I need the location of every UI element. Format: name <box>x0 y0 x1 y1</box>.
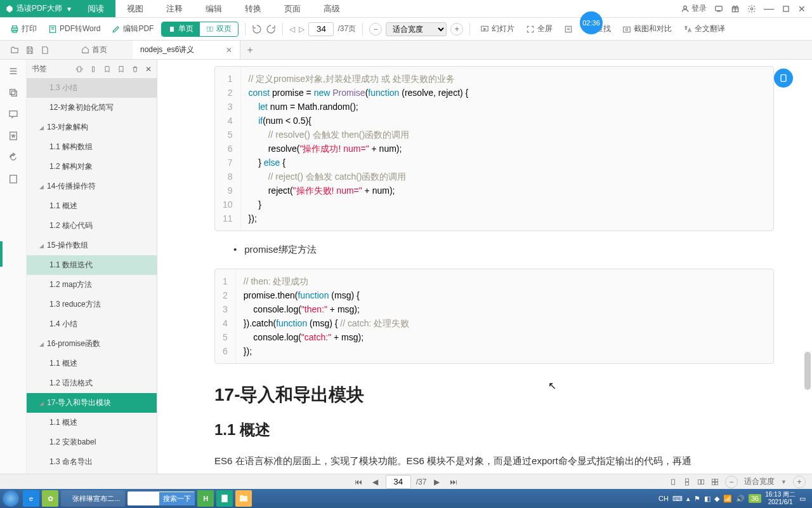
view-tab-page[interactable]: 页面 <box>273 0 312 17</box>
maximize-button[interactable] <box>782 4 790 13</box>
outline-icon[interactable] <box>8 66 18 76</box>
view-cont-icon[interactable] <box>683 478 691 486</box>
saveas-icon[interactable] <box>41 46 49 55</box>
tray-chevron-icon[interactable]: ▴ <box>686 495 690 503</box>
view-tab-annotate[interactable]: 注释 <box>155 0 194 17</box>
start-button[interactable] <box>3 490 19 507</box>
delete-icon[interactable] <box>131 65 139 73</box>
view-single-icon[interactable] <box>669 478 677 486</box>
home-tab[interactable]: 首页 <box>56 44 133 55</box>
chat-icon[interactable] <box>714 4 723 13</box>
task-app-icon[interactable]: ✿ <box>42 490 58 507</box>
tray-app1-icon[interactable]: ◧ <box>704 495 710 503</box>
settings-icon[interactable] <box>747 4 756 13</box>
bookmark-item[interactable]: 1.2 安装babel <box>27 432 157 452</box>
task-pdf-icon[interactable] <box>216 490 233 507</box>
editpdf-button[interactable]: 编辑PDF <box>108 21 157 37</box>
expand-all-icon[interactable] <box>75 65 83 73</box>
zoom-out-nav[interactable]: − <box>725 476 738 488</box>
zoom-in-button[interactable]: + <box>450 23 463 36</box>
bookmark-item[interactable]: ◢17-导入和导出模块 <box>27 393 157 413</box>
next-page-button[interactable]: ▷ <box>299 25 304 34</box>
bookmark-item[interactable]: 1.1 概述 <box>27 413 157 432</box>
bookmark-add-icon[interactable] <box>103 65 111 73</box>
pdf2word-button[interactable]: PDF转Word <box>44 21 104 37</box>
bookmark-item[interactable]: 1.1 概述 <box>27 354 157 373</box>
bookmark-item[interactable]: ◢15-操作数组 <box>27 236 157 255</box>
zoom-out-button[interactable]: − <box>369 23 382 36</box>
page-nav-input[interactable] <box>386 475 411 489</box>
fullscreen-button[interactable]: 全屏 <box>522 21 556 37</box>
collapse-all-icon[interactable] <box>89 65 97 73</box>
tray-network-icon[interactable]: 📶 <box>723 495 732 503</box>
slideshow-button[interactable]: 幻灯片 <box>476 21 518 37</box>
tray-app2-icon[interactable]: ◆ <box>714 495 719 503</box>
view-facing-icon[interactable] <box>697 478 705 486</box>
new-tab-button[interactable]: + <box>240 44 259 56</box>
gift-icon[interactable] <box>731 4 740 13</box>
word-icon[interactable] <box>8 131 18 141</box>
prev-page-nav[interactable]: ◀ <box>370 478 381 486</box>
tray-flag-icon[interactable]: ⚑ <box>694 495 700 503</box>
view-tab-edit[interactable]: 编辑 <box>194 0 233 17</box>
view-facing-cont-icon[interactable] <box>711 478 719 486</box>
save-icon[interactable] <box>25 46 34 55</box>
task-browser[interactable]: e张梓琳宣布二... <box>61 490 125 507</box>
bookmark-item[interactable]: ◢14-传播操作符 <box>27 177 157 196</box>
bookmark-item[interactable]: 1.4 小结 <box>27 314 157 334</box>
bookmark-item[interactable]: 1.1 概述 <box>27 196 157 216</box>
open-icon[interactable] <box>10 46 19 55</box>
task-hbuilder-icon[interactable]: H <box>197 490 214 507</box>
view-tab-view[interactable]: 视图 <box>115 0 155 17</box>
single-page-button[interactable]: 单页 <box>162 22 200 36</box>
bookmark-icon[interactable] <box>117 65 125 73</box>
ime-indicator[interactable]: CH <box>658 495 669 502</box>
float-action-button[interactable] <box>774 69 793 88</box>
next-page-nav[interactable]: ▶ <box>431 478 442 486</box>
page-number-input[interactable] <box>308 22 334 36</box>
zoom-in-nav[interactable]: + <box>793 476 806 488</box>
first-page-button[interactable]: ⏮ <box>352 478 365 486</box>
bookmark-item[interactable]: 1.2 解构对象 <box>27 157 157 177</box>
bookmark-item[interactable]: 12-对象初始化简写 <box>27 98 157 117</box>
form-button[interactable] <box>560 22 577 36</box>
double-page-button[interactable]: 双页 <box>200 22 238 36</box>
export-icon[interactable] <box>8 174 18 184</box>
bookmark-item[interactable]: 1.2 语法格式 <box>27 373 157 393</box>
task-ie-icon[interactable]: e <box>23 490 39 507</box>
tray-keyboard-icon[interactable]: ⌨ <box>672 495 683 503</box>
close-tab-icon[interactable]: ✕ <box>226 46 232 55</box>
close-button[interactable]: ✕ <box>798 4 806 14</box>
print-button[interactable]: 打印 <box>6 21 41 37</box>
rotate-left-icon[interactable] <box>252 24 262 34</box>
bookmark-item[interactable]: 1.3 命名导出 <box>27 452 157 472</box>
panel-close-icon[interactable]: ✕ <box>145 65 152 74</box>
minimize-button[interactable]: — <box>764 3 774 15</box>
tray-volume-icon[interactable]: 🔊 <box>736 495 745 503</box>
screenshot-button[interactable]: 截图和对比 <box>619 21 676 37</box>
last-page-button[interactable]: ⏭ <box>447 478 460 486</box>
bookmark-item[interactable]: 1.1 数组迭代 <box>27 255 157 275</box>
tray-clock[interactable]: 16:13 周二 2021/6/1 <box>765 491 796 506</box>
view-tab-advanced[interactable]: 高级 <box>312 0 351 17</box>
translate-button[interactable]: 全文翻译 <box>679 21 729 37</box>
content-area[interactable]: 1234567891011 // 定义promise对象,封装处理成功 或 处理… <box>157 60 812 474</box>
task-folder-icon[interactable] <box>235 490 252 507</box>
bookmark-item[interactable]: ◢13-对象解构 <box>27 117 157 137</box>
copy-icon[interactable] <box>8 88 18 98</box>
bookmark-item[interactable]: 1.3 小结 <box>27 78 157 98</box>
comment-icon[interactable] <box>8 109 18 119</box>
bookmark-item[interactable]: 1.2 map方法 <box>27 275 157 295</box>
bookmark-item[interactable]: ◢16-promise函数 <box>27 334 157 354</box>
scrollbar[interactable] <box>804 60 811 474</box>
tray-desktop-icon[interactable]: ▭ <box>799 495 806 503</box>
refresh-icon[interactable] <box>8 152 18 163</box>
prev-page-button[interactable]: ◁ <box>289 25 295 34</box>
bookmark-item[interactable]: 1.1 解构数组 <box>27 137 157 157</box>
document-tab[interactable]: nodejs_es6讲义 ✕ <box>133 41 240 59</box>
taskbar-search[interactable]: 搜索一下 <box>128 491 195 505</box>
tray-temp[interactable]: 36 <box>749 494 761 503</box>
view-tab-read[interactable]: 阅读 <box>76 0 115 17</box>
bookmark-item[interactable]: 1.3 reduce方法 <box>27 295 157 314</box>
login-button[interactable]: 登录 <box>681 3 707 14</box>
